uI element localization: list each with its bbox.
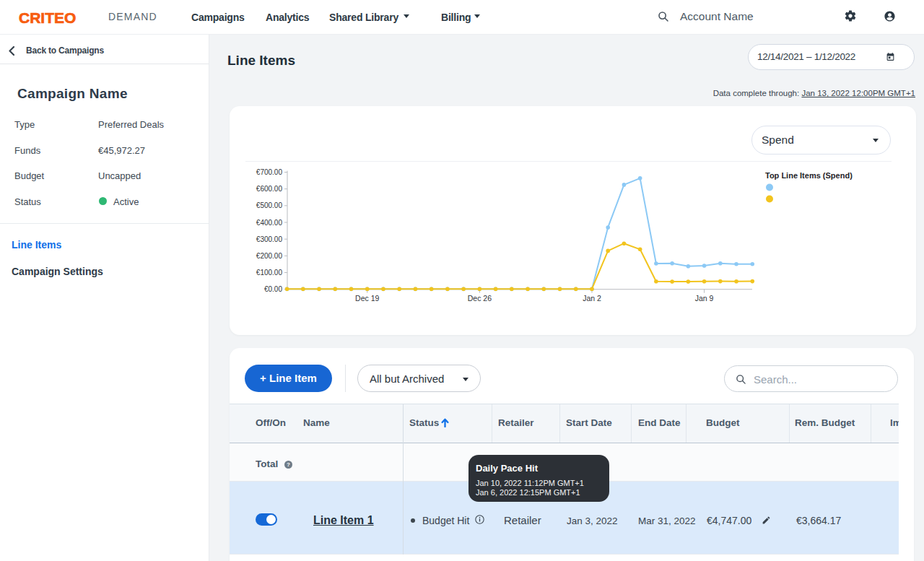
svg-text:€700.00: €700.00 bbox=[256, 168, 283, 176]
svg-text:€100.00: €100.00 bbox=[256, 269, 283, 277]
svg-text:Dec 26: Dec 26 bbox=[468, 294, 492, 303]
svg-text:€200.00: €200.00 bbox=[256, 252, 283, 260]
svg-text:€500.00: €500.00 bbox=[256, 201, 283, 209]
svg-text:€0.00: €0.00 bbox=[264, 285, 282, 293]
svg-text:€600.00: €600.00 bbox=[256, 185, 283, 193]
svg-text:€300.00: €300.00 bbox=[256, 235, 283, 243]
svg-text:€400.00: €400.00 bbox=[256, 219, 283, 227]
svg-text:Jan 2: Jan 2 bbox=[583, 294, 601, 303]
svg-text:Top Line Items (Spend): Top Line Items (Spend) bbox=[765, 171, 853, 180]
svg-text:Jan 9: Jan 9 bbox=[695, 294, 714, 303]
svg-text:Dec 19: Dec 19 bbox=[355, 294, 379, 303]
